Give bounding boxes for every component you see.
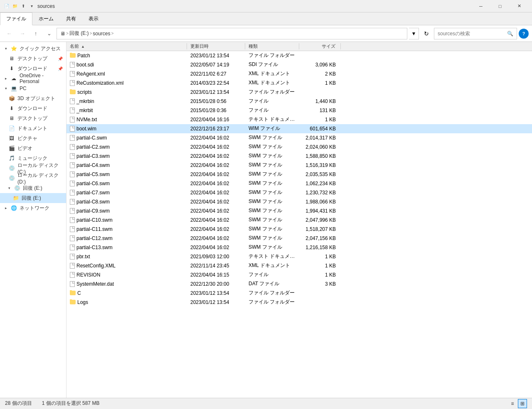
path-item-recovery[interactable]: 回復 (E:) [69,30,89,37]
file-date-cell: 2022/04/04 16:02 [187,162,245,168]
dropdown-arrow-icon[interactable]: ▾ [28,3,35,10]
file-size-cell: 2,047,156 KB [299,235,341,241]
arrow-network-icon: ▸ [5,206,7,210]
table-row[interactable]: scripts 2023/01/12 13:54 ファイル フォルダー [66,88,532,97]
table-row[interactable]: ReCustomization.xml 2014/03/23 22:54 XML… [66,78,532,88]
sidebar-item-quick-access[interactable]: ▾ ⭐ クイック アクセス [0,44,66,54]
back-button[interactable]: ← [3,28,15,39]
col-header-type[interactable]: 種類 [245,43,299,49]
file-size-cell: 2,035,535 KB [299,171,341,177]
table-row[interactable]: NVMe.txt 2022/04/04 16:16 テキスト ドキュメント 1 … [66,115,532,124]
file-type-cell: SWM ファイル [245,235,299,242]
table-row[interactable]: partial-C4.swm 2022/04/04 16:02 SWM ファイル… [66,161,532,170]
file-name-cell: partial-C6.swm [66,181,187,186]
path-item-sources[interactable]: sources [93,31,110,37]
table-row[interactable]: _mkrbit 2015/01/28 0:36 ファイル 131 KB [66,106,532,115]
sidebar-item-disk-d[interactable]: 💿 ローカル ディスク (D:) [0,173,66,183]
table-row[interactable]: Logs 2023/01/12 13:54 ファイル フォルダー [66,298,532,307]
table-row[interactable]: partial-C7.swm 2022/04/04 16:02 SWM ファイル… [66,188,532,197]
maximize-button[interactable]: □ [490,0,510,12]
col-header-name[interactable]: 名前 ▲ [66,43,187,49]
close-button[interactable]: ✕ [510,0,529,12]
file-date-cell: 2022/12/16 23:17 [187,126,245,132]
sidebar-item-pictures[interactable]: 🖼 ピクチャ [0,133,66,143]
file-date-cell: 2022/04/04 16:02 [187,135,245,141]
table-row[interactable]: REVISION 2022/04/04 16:15 ファイル 1 KB [66,270,532,279]
file-type-cell: SWM ファイル [245,207,299,214]
file-type-cell: ファイル [245,107,299,114]
table-row[interactable]: partial-C5.swm 2022/04/04 16:02 SWM ファイル… [66,170,532,179]
sidebar-item-documents[interactable]: 📄 ドキュメント [0,123,66,133]
sidebar-item-3d[interactable]: 📦 3D オブジェクト [0,93,66,103]
file-name-text: ResetConfig.XML [76,263,116,269]
search-icon: 🔍 [507,31,513,37]
sidebar-item-recovery-e[interactable]: ▾ 💿 回復 (E:) [0,183,66,193]
table-row[interactable]: partial-C13.swm 2022/04/04 16:02 SWM ファイ… [66,243,532,252]
table-row[interactable]: partial-C11.swm 2022/04/04 16:02 SWM ファイ… [66,225,532,234]
file-icon [70,126,75,132]
search-input[interactable] [438,31,507,37]
file-size-cell: 2 KB [299,71,341,77]
file-icon [70,226,75,232]
sidebar-item-sources[interactable]: 📁 回復 (E:) [0,193,66,203]
table-row[interactable]: partial-C3.swm 2022/04/04 16:02 SWM ファイル… [66,152,532,161]
sidebar-item-pc[interactable]: ▾ 💻 PC [0,83,66,93]
file-size-cell: 3 KB [299,281,341,287]
sidebar-item-download-quick[interactable]: ⬇ ダウンロード 📌 [0,64,66,73]
forward-button[interactable]: → [17,28,28,39]
table-row[interactable]: ResetConfig.XML 2022/11/14 23:45 XML ドキュ… [66,261,532,270]
up-icon-small[interactable]: ⬆ [20,3,27,10]
disk-e-icon: 💿 [14,185,20,191]
file-name-cell: partial-C2.swm [66,144,187,150]
sidebar-item-network[interactable]: ▸ 🌐 ネットワーク [0,203,66,213]
up-button[interactable]: ↑ [30,28,42,39]
star-icon: ⭐ [10,45,17,52]
file-type-cell: XML ドキュメント [245,79,299,86]
tab-home[interactable]: ホーム [32,12,60,25]
help-button[interactable]: ? [519,29,529,39]
download-pc-icon: ⬇ [8,105,15,112]
col-header-size[interactable]: サイズ [299,43,341,49]
table-row[interactable]: partial-C6.swm 2022/04/04 16:02 SWM ファイル… [66,179,532,188]
file-icon [70,281,75,287]
table-row[interactable]: pbr.txt 2021/09/03 12:00 テキスト ドキュメント 1 K… [66,252,532,261]
sidebar-item-download-pc[interactable]: ⬇ ダウンロード [0,103,66,113]
table-row[interactable]: partial-C2.swm 2022/04/04 16:02 SWM ファイル… [66,142,532,152]
sidebar-item-videos[interactable]: 🎬 ビデオ [0,143,66,153]
sidebar-item-onedrive[interactable]: ▸ ☁ OneDrive - Personal [0,73,66,83]
detail-view-button[interactable]: ⊞ [518,399,527,408]
table-row[interactable]: C 2023/01/12 13:54 ファイル フォルダー [66,289,532,298]
table-row[interactable]: ReAgent.xml 2022/11/02 6:27 XML ドキュメント 2… [66,69,532,78]
list-view-button[interactable]: ≡ [508,399,517,408]
file-icon [70,208,75,214]
table-row[interactable]: boot.sdi 2022/05/07 14:19 SDI ファイル 3,096… [66,60,532,69]
table-row[interactable]: boot.wim 2022/12/16 23:17 WIM ファイル 601,6… [66,124,532,133]
file-date-cell: 2014/03/23 22:54 [187,80,245,86]
table-row[interactable]: SystemMeter.dat 2022/12/30 20:00 DAT ファイ… [66,279,532,289]
main-layout: ▾ ⭐ クイック アクセス 🖥 デスクトップ 📌 ⬇ ダウンロード 📌 ▸ ☁ … [0,42,532,398]
table-row[interactable]: partial-C9.swm 2022/04/04 16:02 SWM ファイル… [66,206,532,216]
recent-button[interactable]: ⌄ [43,28,55,39]
table-row[interactable]: partial-C.swm 2022/04/04 16:02 SWM ファイル … [66,133,532,142]
address-path[interactable]: 🖥 > 回復 (E:) > sources > [57,28,407,39]
refresh-button[interactable]: ↻ [421,28,432,39]
minimize-button[interactable]: ─ [471,0,490,12]
table-row[interactable]: _mkrbin 2015/01/28 0:56 ファイル 1,440 KB [66,97,532,106]
table-row[interactable]: Patch 2023/01/12 13:54 ファイル フォルダー [66,51,532,60]
table-row[interactable]: partial-C8.swm 2022/04/04 16:02 SWM ファイル… [66,197,532,206]
address-bar: ← → ↑ ⌄ 🖥 > 回復 (E:) > sources > ▼ ↻ 🔍 ? [0,25,532,42]
sidebar-item-desktop-pc[interactable]: 🖥 デスクトップ [0,113,66,123]
tab-view[interactable]: 表示 [82,12,105,25]
col-header-date[interactable]: 更新日時 [187,43,245,49]
tab-share[interactable]: 共有 [60,12,82,25]
file-date-cell: 2023/01/12 13:54 [187,290,245,296]
arrow-icon-pc: ▾ [5,86,7,91]
address-dropdown-button[interactable]: ▼ [409,28,419,39]
file-date-cell: 2022/04/04 16:02 [187,245,245,250]
sidebar-item-desktop-quick[interactable]: 🖥 デスクトップ 📌 [0,54,66,64]
file-name-text: SystemMeter.dat [76,281,114,287]
tab-file[interactable]: ファイル [0,12,32,25]
table-row[interactable]: partial-C12.swm 2022/04/04 16:02 SWM ファイ… [66,234,532,243]
table-row[interactable]: partial-C10.swm 2022/04/04 16:02 SWM ファイ… [66,216,532,225]
file-icon [70,135,75,141]
